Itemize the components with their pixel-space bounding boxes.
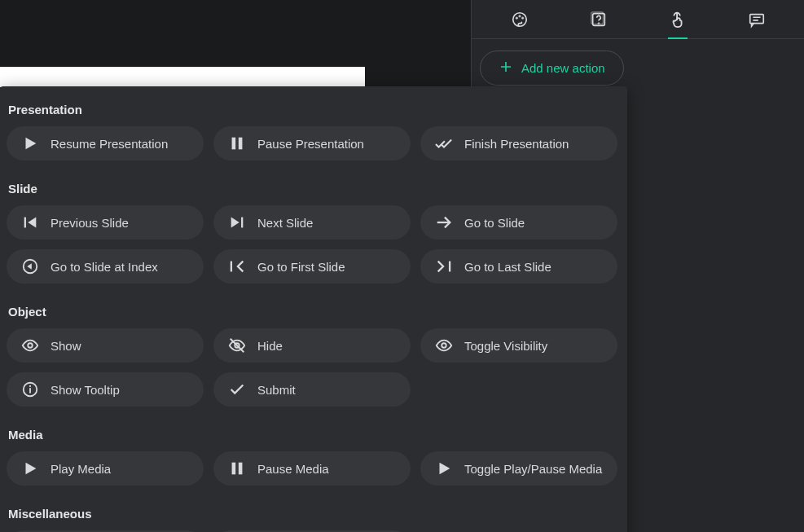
action-label: Toggle Visibility bbox=[464, 339, 547, 353]
plus-icon bbox=[499, 59, 513, 77]
action-go-to-last-slide[interactable]: Go to Last Slide bbox=[420, 249, 617, 284]
action-pause-media[interactable]: Pause Media bbox=[213, 451, 411, 486]
first-page-icon bbox=[228, 257, 246, 275]
tab-interactions[interactable] bbox=[658, 0, 697, 39]
action-go-to-slide[interactable]: Go to Slide bbox=[420, 205, 617, 240]
action-label: Hide bbox=[257, 339, 283, 353]
tab-design[interactable] bbox=[500, 0, 539, 39]
action-show[interactable]: Show bbox=[7, 328, 204, 363]
action-label: Show Tooltip bbox=[51, 383, 120, 397]
action-label: Go to First Slide bbox=[257, 260, 345, 274]
action-label: Toggle Play/Pause Media bbox=[464, 462, 602, 476]
action-finish-presentation[interactable]: Finish Presentation bbox=[420, 126, 617, 160]
action-pause-presentation[interactable]: Pause Presentation bbox=[213, 126, 411, 160]
section-label: Slide bbox=[7, 170, 621, 205]
panel-tabs bbox=[472, 0, 804, 39]
done-all-icon bbox=[435, 134, 453, 152]
action-label: Finish Presentation bbox=[464, 137, 569, 151]
action-row: Play MediaPause MediaToggle Play/Pause M… bbox=[7, 451, 621, 486]
eye-off-icon bbox=[228, 336, 246, 354]
skip-prev-icon bbox=[21, 213, 39, 231]
canvas-area bbox=[0, 0, 471, 87]
action-toggle-play-pause-media[interactable]: Toggle Play/Pause Media bbox=[420, 451, 617, 486]
action-row: ShowHideToggle Visibility bbox=[7, 328, 621, 363]
pause-icon bbox=[228, 459, 246, 477]
action-show-tooltip[interactable]: Show Tooltip bbox=[7, 372, 204, 407]
eye-icon bbox=[21, 336, 39, 354]
arrow-right-icon bbox=[435, 213, 453, 231]
add-action-label: Add new action bbox=[521, 61, 605, 75]
slide-thumbnail[interactable] bbox=[0, 67, 365, 87]
action-row: Resume PresentationPause PresentationFin… bbox=[7, 126, 621, 160]
action-label: Play Media bbox=[51, 462, 111, 476]
pause-icon bbox=[228, 134, 246, 152]
play-icon bbox=[21, 134, 39, 152]
skip-next-icon bbox=[228, 213, 246, 231]
play-icon bbox=[21, 459, 39, 477]
action-resume-presentation[interactable]: Resume Presentation bbox=[7, 126, 204, 160]
section-label: Object bbox=[7, 293, 621, 328]
eye-icon bbox=[435, 336, 453, 354]
action-row: Show TooltipSubmit bbox=[7, 372, 621, 407]
action-hide[interactable]: Hide bbox=[213, 328, 411, 363]
action-label: Go to Slide at Index bbox=[51, 260, 158, 274]
target-index-icon bbox=[21, 257, 39, 275]
action-row: Go to Slide at IndexGo to First SlideGo … bbox=[7, 249, 621, 284]
action-label: Previous Slide bbox=[51, 216, 129, 230]
action-label: Resume Presentation bbox=[51, 137, 168, 151]
action-label: Submit bbox=[257, 383, 296, 397]
tab-comments[interactable] bbox=[737, 0, 776, 39]
action-go-to-first-slide[interactable]: Go to First Slide bbox=[213, 249, 411, 284]
action-toggle-visibility[interactable]: Toggle Visibility bbox=[420, 328, 617, 363]
action-label: Next Slide bbox=[257, 216, 313, 230]
info-icon bbox=[21, 380, 39, 398]
action-label: Show bbox=[51, 339, 81, 353]
action-next-slide[interactable]: Next Slide bbox=[213, 205, 411, 240]
section-label: Miscellaneous bbox=[7, 495, 621, 530]
action-previous-slide[interactable]: Previous Slide bbox=[7, 205, 204, 240]
action-label: Go to Slide bbox=[464, 216, 525, 230]
section-label: Presentation bbox=[7, 99, 621, 126]
action-label: Pause Media bbox=[257, 462, 329, 476]
tab-help[interactable] bbox=[579, 0, 618, 39]
check-icon bbox=[228, 380, 246, 398]
action-go-to-slide-at-index[interactable]: Go to Slide at Index bbox=[7, 249, 204, 284]
action-submit[interactable]: Submit bbox=[213, 372, 411, 407]
actions-popup: PresentationResume PresentationPause Pre… bbox=[0, 86, 627, 532]
action-row: Previous SlideNext SlideGo to Slide bbox=[7, 205, 621, 240]
action-play-media[interactable]: Play Media bbox=[7, 451, 204, 486]
last-page-icon bbox=[435, 257, 453, 275]
play-icon bbox=[435, 459, 453, 477]
action-label: Pause Presentation bbox=[257, 137, 364, 151]
add-new-action-button[interactable]: Add new action bbox=[480, 51, 624, 86]
section-label: Media bbox=[7, 416, 621, 451]
action-label: Go to Last Slide bbox=[464, 260, 551, 274]
